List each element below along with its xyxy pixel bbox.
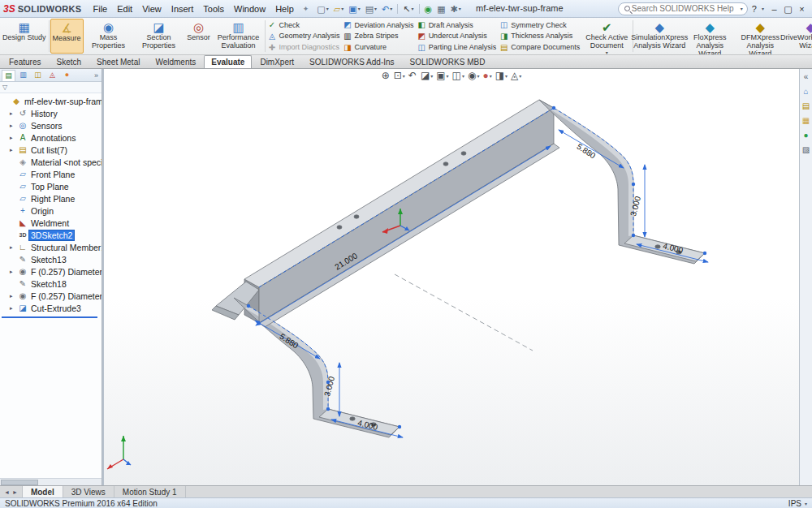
- tree-item-diameter-hole2[interactable]: ▸◉F (0.257) Diameter Hole2: [0, 290, 102, 302]
- select-button[interactable]: ↖▾: [400, 3, 416, 15]
- design-study-button[interactable]: ▦Design Study: [1, 19, 48, 54]
- rebuild-button[interactable]: ◉: [422, 3, 435, 15]
- file-properties-button[interactable]: ▦: [434, 3, 447, 15]
- previous-view-button[interactable]: ↶: [408, 71, 417, 81]
- zoom-area-button[interactable]: ⊡▾: [394, 71, 405, 81]
- filter-icon[interactable]: ▽: [2, 84, 7, 91]
- tree-item-top-plane[interactable]: ▱Top Plane: [0, 180, 102, 192]
- tab-motion-study-1[interactable]: Motion Study 1: [114, 486, 186, 497]
- hide-show-items-button[interactable]: ◉▾: [468, 71, 480, 81]
- tab-sketch[interactable]: Sketch: [49, 55, 89, 68]
- floxpress-wizard-button[interactable]: ◆FloXpress Analysis Wizard: [685, 19, 735, 54]
- parting-line-analysis-button[interactable]: ◫Parting Line Analysis: [417, 43, 497, 52]
- tab-solidworks-add-ins[interactable]: SOLIDWORKS Add-Ins: [302, 55, 401, 68]
- menu-help[interactable]: Help: [270, 2, 299, 16]
- undercut-analysis-button[interactable]: ◩Undercut Analysis: [417, 32, 497, 41]
- tab-weldments[interactable]: Weldments: [148, 55, 203, 68]
- search-input[interactable]: [632, 4, 740, 13]
- expand-arrow-icon[interactable]: ▸: [10, 305, 17, 312]
- tree-item-sketch13[interactable]: ✎Sketch13: [0, 253, 102, 265]
- chevron-down-icon[interactable]: ▾: [762, 6, 764, 11]
- menu-window[interactable]: Window: [229, 2, 270, 16]
- tree-item-origin[interactable]: +Origin: [0, 204, 102, 217]
- section-properties-button[interactable]: ◪Section Properties: [134, 19, 184, 54]
- curvature-button[interactable]: ◨Curvature: [343, 43, 414, 52]
- zoom-fit-button[interactable]: ⊕: [382, 71, 391, 81]
- edit-appearance-button[interactable]: ●▾: [482, 71, 491, 81]
- tree-item-cut-extrude3[interactable]: ▸◪Cut-Extrude3: [0, 302, 102, 314]
- undo-button[interactable]: ↶▾: [379, 3, 395, 15]
- custom-properties-icon[interactable]: ▨: [802, 145, 810, 154]
- dfmxpress-wizard-button[interactable]: ◆DFMXpress Analysis Wizard: [735, 19, 785, 54]
- expand-arrow-icon[interactable]: ▸: [10, 123, 17, 129]
- feature-manager-tab[interactable]: ▤: [2, 70, 15, 81]
- design-library-icon[interactable]: ▤: [802, 101, 810, 110]
- draft-analysis-button[interactable]: ◧Draft Analysis: [417, 20, 497, 29]
- deviation-analysis-button[interactable]: ◩Deviation Analysis: [343, 20, 414, 29]
- section-view-button[interactable]: ◪▾: [421, 71, 433, 81]
- geometry-analysis-button[interactable]: ◬Geometry Analysis: [268, 32, 340, 41]
- sensor-button[interactable]: ◎Sensor: [184, 19, 214, 54]
- tree-item-history[interactable]: ▸↺History: [0, 107, 102, 119]
- open-button[interactable]: ▱▾: [331, 3, 346, 15]
- tree-horizontal-scrollbar[interactable]: [0, 478, 102, 485]
- appearances-icon[interactable]: ●: [803, 131, 808, 140]
- driveworksxpress-wizard-button[interactable]: ◆DriveWorksXpress Wizard: [785, 19, 812, 54]
- tree-item-annotations[interactable]: ▸AAnnotations: [0, 131, 102, 144]
- tab-sheet-metal[interactable]: Sheet Metal: [89, 55, 147, 68]
- tree-item-structural-member1[interactable]: ▸∟Structural Member1: [0, 241, 102, 253]
- view-orientation-button[interactable]: ▣▾: [436, 71, 448, 81]
- thickness-analysis-button[interactable]: ◨Thickness Analysis: [499, 32, 580, 41]
- check-button[interactable]: ✓Check: [268, 20, 340, 29]
- minimize-button[interactable]: –: [767, 2, 781, 16]
- property-manager-tab[interactable]: ▥: [16, 70, 30, 80]
- file-explorer-icon[interactable]: ▦: [802, 116, 810, 125]
- menu-view[interactable]: View: [137, 2, 166, 16]
- scrollbar-thumb[interactable]: [1, 480, 38, 485]
- measure-button[interactable]: ∡Measure: [50, 19, 84, 54]
- pin-menu-icon[interactable]: ✦: [303, 5, 309, 13]
- restore-button[interactable]: ▢: [781, 2, 795, 16]
- expand-arrow-icon[interactable]: ▸: [10, 135, 17, 141]
- performance-evaluation-button[interactable]: ▥Performance Evaluation: [214, 19, 264, 54]
- tree-item-diameter-hole1[interactable]: ▸◉F (0.257) Diameter Hole1: [0, 265, 102, 278]
- tree-item-part-root[interactable]: ◆mf-elev-twr-sup-frame (Def: [0, 95, 102, 107]
- model-canvas[interactable]: 21.000 5.880 3.000 4.000 5.880 3.000 4.0…: [104, 69, 799, 485]
- display-style-button[interactable]: ◫▾: [452, 71, 464, 81]
- tree-item-3dsketch2[interactable]: 3D3DSketch2: [0, 229, 102, 241]
- symmetry-check-button[interactable]: ◫Symmetry Check: [499, 20, 580, 29]
- menu-edit[interactable]: Edit: [112, 2, 137, 16]
- dimxpert-manager-tab[interactable]: ◬: [45, 70, 59, 80]
- help-button[interactable]: ?: [751, 4, 758, 14]
- chevron-down-icon[interactable]: ▾: [805, 501, 807, 506]
- apply-scene-button[interactable]: ◨▾: [495, 71, 508, 81]
- tree-item-right-plane[interactable]: ▱Right Plane: [0, 192, 102, 204]
- frame-model[interactable]: [212, 100, 705, 437]
- menu-insert[interactable]: Insert: [166, 2, 199, 16]
- save-button[interactable]: ▣▾: [346, 3, 362, 15]
- tree-item-sensors[interactable]: ▸◎Sensors: [0, 119, 102, 131]
- graphics-viewport[interactable]: 21.000 5.880 3.000 4.000 5.880 3.000 4.0…: [104, 69, 799, 485]
- tree-item-weldment[interactable]: ◣Weldment: [0, 217, 102, 229]
- tree-item-front-plane[interactable]: ▱Front Plane: [0, 168, 102, 180]
- tree-item-sketch18[interactable]: ✎Sketch18: [0, 278, 102, 290]
- tab-model[interactable]: Model: [23, 486, 63, 497]
- tab-3d-views[interactable]: 3D Views: [63, 486, 114, 497]
- simulationxpress-wizard-button[interactable]: ◆SimulationXpress Analysis Wizard: [634, 19, 685, 54]
- display-manager-tab[interactable]: ●: [60, 70, 74, 80]
- tree-item-material[interactable]: ◈Material <not specified>: [0, 156, 102, 168]
- expand-arrow-icon[interactable]: ▸: [10, 293, 17, 299]
- menu-file[interactable]: File: [88, 2, 112, 16]
- compare-documents-button[interactable]: ▤Compare Documents: [499, 43, 580, 52]
- tab-features[interactable]: Features: [2, 55, 48, 68]
- view-settings-button[interactable]: ◬▾: [511, 71, 521, 81]
- expand-arrow-icon[interactable]: ▸: [10, 110, 17, 117]
- check-active-document-button[interactable]: ✔Check Active Document▾: [581, 19, 632, 54]
- taskpane-collapse-icon[interactable]: «: [804, 72, 809, 81]
- zebra-stripes-button[interactable]: ▥Zebra Stripes: [343, 32, 414, 41]
- tree-item-cut-list[interactable]: ▸▤Cut list(7): [0, 144, 102, 156]
- expand-arrow-icon[interactable]: ▸: [10, 147, 17, 153]
- panel-flyout-icon[interactable]: »: [94, 71, 100, 80]
- sw-resources-icon[interactable]: ⌂: [803, 87, 808, 96]
- expand-arrow-icon[interactable]: ▸: [10, 244, 17, 251]
